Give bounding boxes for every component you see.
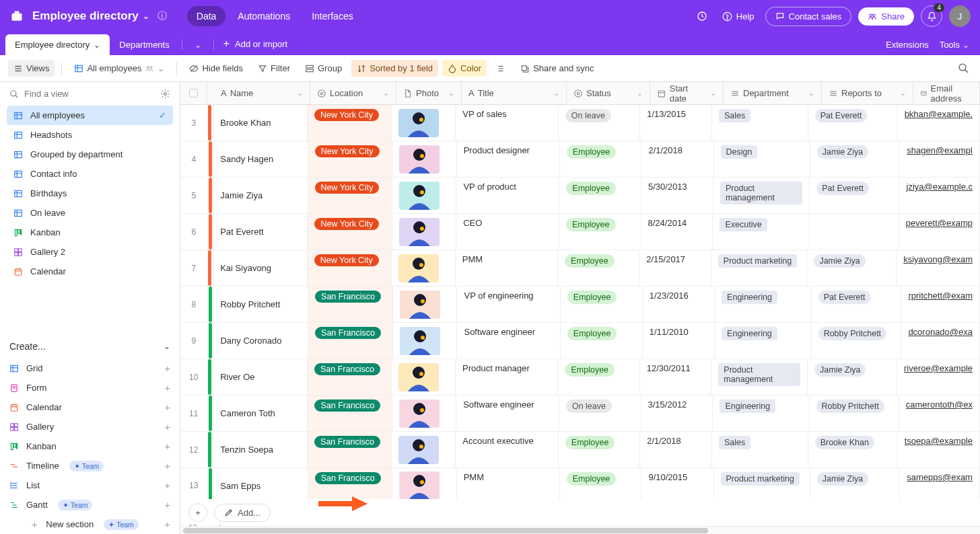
cell-location[interactable]: San Francisco xyxy=(308,323,393,358)
cell-email[interactable]: ksiyavong@exam xyxy=(897,250,980,286)
create-view-item[interactable]: Gantt✦Team+ xyxy=(0,495,180,514)
column-header-department[interactable]: Department⌄ xyxy=(724,82,822,104)
tab-interfaces[interactable]: Interfaces xyxy=(302,6,362,26)
add-or-import-button[interactable]: +Add or import xyxy=(217,38,294,55)
create-view-item[interactable]: Gallery+ xyxy=(0,417,180,436)
tools-button[interactable]: Tools ⌄ xyxy=(940,40,969,50)
cell-status[interactable]: Employee xyxy=(561,323,643,358)
cell-reports-to[interactable]: Jamie Ziya xyxy=(810,141,900,177)
cell-name[interactable]: Pat Everett xyxy=(213,214,308,250)
table-row[interactable]: 9 Dany Coronado San Francisco Software e… xyxy=(180,323,980,359)
contact-sales-button[interactable]: Contact sales xyxy=(765,7,852,26)
cell-location[interactable]: San Francisco xyxy=(308,287,393,322)
create-view-item[interactable]: Kanban+ xyxy=(0,436,180,456)
cell-name[interactable]: Sam Epps xyxy=(213,468,308,499)
sidebar-view-item[interactable]: Contact info xyxy=(7,164,173,184)
cell-email[interactable]: dcoronado@exa xyxy=(901,323,980,358)
sidebar-view-item[interactable]: Birthdays xyxy=(7,184,173,203)
cell-start-date[interactable]: 5/30/2013 xyxy=(641,178,713,213)
column-header-name[interactable]: AName⌄ xyxy=(214,82,310,104)
create-view-item[interactable]: Calendar+ xyxy=(0,397,180,417)
table-row[interactable]: 7 Kai Siyavong New York City PMM Employe… xyxy=(180,250,980,287)
cell-department[interactable]: Engineering xyxy=(715,287,812,322)
add-icon[interactable]: + xyxy=(164,363,170,374)
add-row-button[interactable]: + xyxy=(188,503,207,522)
cell-location[interactable]: San Francisco xyxy=(308,395,392,431)
select-all-checkbox[interactable] xyxy=(180,82,207,104)
cell-location[interactable]: New York City xyxy=(308,178,393,213)
cell-status[interactable]: Employee xyxy=(559,214,641,250)
column-header-email[interactable]: Email address xyxy=(913,82,980,104)
cell-reports-to[interactable]: Jamie Ziya xyxy=(810,468,900,499)
help-button[interactable]: Help xyxy=(718,9,759,24)
cell-start-date[interactable]: 1/13/2015 xyxy=(640,105,712,141)
create-view-item[interactable]: Grid+ xyxy=(0,358,180,378)
add-icon[interactable]: + xyxy=(164,499,170,510)
cell-photo[interactable] xyxy=(392,468,456,499)
sidebar-view-item[interactable]: Headshots xyxy=(7,125,173,145)
cell-name[interactable]: Kai Siyavong xyxy=(213,250,308,286)
cell-photo[interactable] xyxy=(392,178,456,213)
group-button[interactable]: Group xyxy=(300,60,347,77)
notifications-button[interactable]: 4 xyxy=(921,5,942,27)
cell-department[interactable]: Product management xyxy=(711,359,808,395)
cell-photo[interactable] xyxy=(392,359,456,395)
table-row[interactable]: 12 Tenzin Soepa San Francisco Account ex… xyxy=(180,432,980,468)
cell-start-date[interactable]: 2/15/2017 xyxy=(639,250,711,286)
cell-department[interactable]: Product marketing xyxy=(711,250,808,286)
cell-title[interactable]: PMM xyxy=(457,468,560,499)
cell-name[interactable]: Tenzin Soepa xyxy=(213,432,308,467)
sidebar-view-item[interactable]: All employees✓ xyxy=(7,106,173,125)
table-tab-dropdown[interactable]: ⌄ xyxy=(185,35,211,55)
cell-title[interactable]: CEO xyxy=(456,214,559,250)
cell-start-date[interactable]: 3/15/2012 xyxy=(641,395,713,431)
cell-photo[interactable] xyxy=(392,105,456,141)
cell-location[interactable]: New York City xyxy=(308,141,393,177)
cell-title[interactable]: Account executive xyxy=(456,432,559,467)
cell-department[interactable]: Design xyxy=(714,141,810,177)
cell-title[interactable]: VP of product xyxy=(456,178,559,213)
cell-start-date[interactable]: 12/30/2011 xyxy=(640,359,712,395)
account-avatar[interactable]: J xyxy=(949,5,971,27)
cell-photo[interactable] xyxy=(392,250,456,286)
cell-department[interactable]: Product management xyxy=(713,178,810,213)
cell-reports-to[interactable]: Jamie Ziya xyxy=(807,250,897,286)
cell-department[interactable]: Product marketing xyxy=(714,468,810,499)
add-icon[interactable]: + xyxy=(164,441,170,452)
row-height-button[interactable] xyxy=(491,61,511,77)
cell-email[interactable]: jziya@example.c xyxy=(900,178,980,213)
cell-photo[interactable] xyxy=(393,287,458,322)
cell-photo[interactable] xyxy=(392,432,456,467)
column-header-start-date[interactable]: Start date⌄ xyxy=(650,82,724,104)
sidebar-view-item[interactable]: Calendar xyxy=(7,262,173,281)
views-toggle[interactable]: Views xyxy=(8,60,55,77)
table-row[interactable]: 5 Jamie Ziya New York City VP of product… xyxy=(180,178,980,214)
cell-start-date[interactable]: 2/1/2018 xyxy=(641,141,713,177)
horizontal-scrollbar[interactable] xyxy=(180,526,980,534)
column-header-photo[interactable]: Photo⌄ xyxy=(396,82,462,104)
cell-email[interactable]: rpritchett@exam xyxy=(901,287,980,322)
new-section-item[interactable]: + New section ✦Team + xyxy=(0,514,180,534)
find-view-input[interactable] xyxy=(24,89,155,99)
cell-title[interactable]: Software engineer xyxy=(457,323,560,358)
cell-department[interactable]: Sales xyxy=(712,105,808,141)
cell-name[interactable]: Sandy Hagen xyxy=(213,141,308,177)
cell-status[interactable]: Employee xyxy=(558,359,639,395)
create-view-item[interactable]: List+ xyxy=(0,475,180,495)
cell-reports-to[interactable]: Robby Pritchett xyxy=(812,323,902,358)
cell-start-date[interactable]: 1/11/2010 xyxy=(643,323,715,358)
history-icon[interactable] xyxy=(693,8,711,24)
cell-status[interactable]: Employee xyxy=(558,250,639,286)
sort-button[interactable]: Sorted by 1 field xyxy=(351,60,438,77)
cell-reports-to[interactable]: Pat Everett xyxy=(808,105,898,141)
color-button[interactable]: Color xyxy=(442,60,487,77)
cell-location[interactable]: New York City xyxy=(308,250,392,286)
cell-email[interactable]: shagen@exampl xyxy=(900,141,980,177)
table-row[interactable]: 3 Brooke Khan New York City VP of sales … xyxy=(180,105,980,141)
cell-status[interactable]: Employee xyxy=(561,287,643,322)
share-button[interactable]: Share xyxy=(858,7,914,26)
cell-status[interactable]: On leave xyxy=(559,105,640,141)
table-row[interactable]: 8 Robby Pritchett San Francisco VP of en… xyxy=(180,287,980,323)
cell-status[interactable]: Employee xyxy=(560,141,642,177)
tab-automations[interactable]: Automations xyxy=(228,6,300,26)
